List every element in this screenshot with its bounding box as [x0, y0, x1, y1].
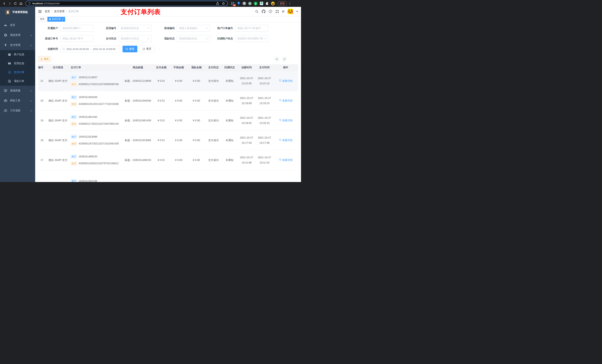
url-bar[interactable]: localhost:1024/pay/order	[26, 1, 228, 6]
dashboard-icon	[4, 23, 7, 27]
share-icon[interactable]	[216, 2, 219, 5]
merchant-order-no: 1635311881440	[79, 115, 97, 119]
back-icon[interactable]	[2, 1, 7, 6]
sidebar-item-app-info[interactable]: 应用信息	[0, 59, 35, 68]
merchant-order-line: 商户1635311954796	[71, 179, 97, 182]
search-icon	[279, 119, 281, 122]
extension-tag-assistant-icon[interactable]: 10	[231, 2, 235, 5]
page: localhost:1024/pay/order 10 ⌘ y	[0, 0, 301, 182]
channel-code-select[interactable]: 请输入渠道编码	[177, 25, 210, 32]
sidebar-item-label: 应用信息	[14, 62, 24, 65]
create-time-range-picker[interactable]: 2021-10-01 00:00:00 - 2021-10-31 23:59:5…	[60, 46, 120, 52]
update-button[interactable]: 更新	[278, 1, 287, 6]
notify-status-cell: 未通知	[222, 150, 237, 170]
view-detail-link[interactable]: 查看详情	[279, 79, 293, 83]
sidebar-item-home[interactable]: 首页	[0, 20, 35, 30]
github-icon[interactable]	[262, 10, 266, 13]
view-detail-link[interactable]: 查看详情	[279, 99, 293, 103]
extension-y-icon[interactable]: y	[254, 2, 258, 5]
fullscreen-icon[interactable]	[275, 10, 279, 13]
refresh-list-button[interactable]	[281, 56, 287, 62]
sidebar-item-infrastructure[interactable]: 基础设施	[0, 86, 35, 96]
search-icon	[126, 48, 128, 50]
view-detail-link[interactable]: 查看详情	[279, 119, 293, 122]
pay-order-no: 4200001167202110271022491439	[79, 142, 119, 145]
extension-kite-icon[interactable]	[237, 2, 240, 5]
sidebar-item-system[interactable]: 系统管理	[0, 30, 35, 40]
search-button[interactable]: 搜索	[123, 46, 137, 52]
user-avatar[interactable]	[288, 9, 293, 14]
refund-amount-cell: ¥ 0.00	[188, 91, 205, 110]
browser-menu-icon[interactable]	[290, 2, 290, 5]
date-start: 2021-10-01 00:00:00	[66, 48, 89, 51]
site-info-icon[interactable]	[28, 2, 31, 5]
sidebar-item-workflow[interactable]: 工作流程	[0, 106, 35, 116]
sidebar-item-refund-order[interactable]: 退款订单	[0, 77, 35, 86]
pay-status-cell: 支付成功	[205, 150, 222, 170]
view-detail-link[interactable]: 查看详情	[279, 158, 293, 162]
pay-badge: 支付	[71, 161, 77, 166]
pay-order-cell: 商户1635312124657支付42000011742021102780605…	[70, 71, 123, 91]
extension-puzzle-icon[interactable]	[265, 2, 269, 5]
reset-button[interactable]: 重置	[140, 46, 154, 52]
table-header-row: 编号支付渠道支付订单商品标题支付金额手续金额退款金额支付状态回调状态创建时间支付…	[38, 64, 298, 71]
extension-recorder-icon[interactable]	[248, 2, 252, 5]
pay-order-line: 支付4200001174202110278060590766	[71, 82, 119, 86]
sidebar-item-dev-tools[interactable]: 研发工具	[0, 96, 35, 106]
created-date: 2021-10-27	[240, 76, 253, 80]
order-id-cell: 18	[38, 130, 46, 150]
created-date: 2021-10-27	[240, 96, 253, 100]
breadcrumb-home[interactable]: 首页	[45, 10, 50, 13]
forward-icon[interactable]	[7, 1, 12, 6]
pay-channel-cell: 微信 JSAPI 支付	[46, 71, 70, 91]
extension-command-icon[interactable]: ⌘	[243, 2, 246, 5]
pay-badge: 支付	[71, 122, 77, 126]
sidebar-item-payment[interactable]: ¥ 支付管理	[0, 40, 35, 50]
breadcrumb-payment[interactable]: 支付管理	[54, 10, 64, 13]
paid-clock: 13:18:10	[258, 121, 271, 125]
table-body: 21微信 JSAPI 支付商户1635312124657支付4200001174…	[38, 71, 298, 182]
reload-icon[interactable]	[13, 1, 18, 6]
sidebar-item-merchant-info[interactable]: 商户信息	[0, 50, 35, 59]
pay-status-cell: 支付成功	[205, 91, 222, 110]
pay-order-line: 支付4200001173202110272847982104	[71, 122, 119, 126]
sidebar-item-pay-order[interactable]: ¥ 支付订单	[0, 68, 35, 77]
collapse-sidebar-icon[interactable]	[38, 10, 42, 13]
refund-amount-cell: ¥ 0.00	[188, 150, 205, 170]
pay-channel-cell: 微信 JSAPI 支付	[46, 91, 70, 110]
search-icon[interactable]	[255, 10, 258, 13]
clock-icon	[62, 48, 65, 50]
main-area: 支付订单列表 首页 / 支付管理 / 支付订单	[35, 7, 301, 182]
caret-down-icon[interactable]	[296, 11, 298, 12]
pay-order-no: 4200001173202110272847982104	[79, 122, 119, 125]
fee-amount-cell: ¥ 0.00	[170, 91, 188, 110]
created-time-cell: 2021-10-2713:11:08	[237, 150, 256, 170]
bookmark-star-icon[interactable]	[222, 2, 225, 5]
created-date: 2021-10-27	[240, 116, 253, 120]
help-icon[interactable]: ?	[269, 10, 272, 13]
filter-row-3: 创建时间 2021-10-01 00:00:00 - 2021-10-31 23…	[38, 46, 298, 52]
column-header-8: 回调状态	[222, 66, 237, 69]
fee-amount-cell: ¥ 0.00	[170, 111, 188, 130]
pay-status-select[interactable]: 请选择支付状态	[118, 35, 152, 42]
created-date: 2021-10-27	[240, 156, 253, 159]
merchant-order-no-input[interactable]: 请输入商户订单编号	[235, 25, 269, 32]
breadcrumb-separator: /	[66, 10, 67, 13]
tag-pay-order[interactable]: 支付订单 ×	[47, 17, 65, 22]
show-search-toggle-button[interactable]	[274, 56, 280, 62]
extension-emoji-icon[interactable]	[271, 2, 275, 5]
merchant-order-no: 1635311468233	[79, 155, 97, 158]
extension-chat-icon[interactable]	[259, 2, 263, 5]
notify-status-select[interactable]: 请选择订单回调商户状态	[235, 35, 269, 42]
refund-status-select[interactable]: 请选择退款状态	[177, 35, 210, 42]
app-id-select[interactable]: 请选择应用信息	[118, 25, 152, 32]
export-button[interactable]: 导出	[38, 56, 51, 62]
merchant-filter-input[interactable]: 请选择所属商户	[60, 25, 94, 32]
tag-close-icon[interactable]: ×	[62, 18, 63, 20]
home-icon[interactable]	[19, 1, 23, 6]
font-size-icon[interactable]: tT	[282, 10, 284, 13]
tag-home[interactable]: 首页	[38, 17, 46, 22]
column-header-6: 退款金额	[188, 66, 205, 69]
view-detail-link[interactable]: 查看详情	[279, 138, 293, 142]
channel-order-no-input[interactable]: 请输入渠道订单号	[60, 35, 94, 42]
